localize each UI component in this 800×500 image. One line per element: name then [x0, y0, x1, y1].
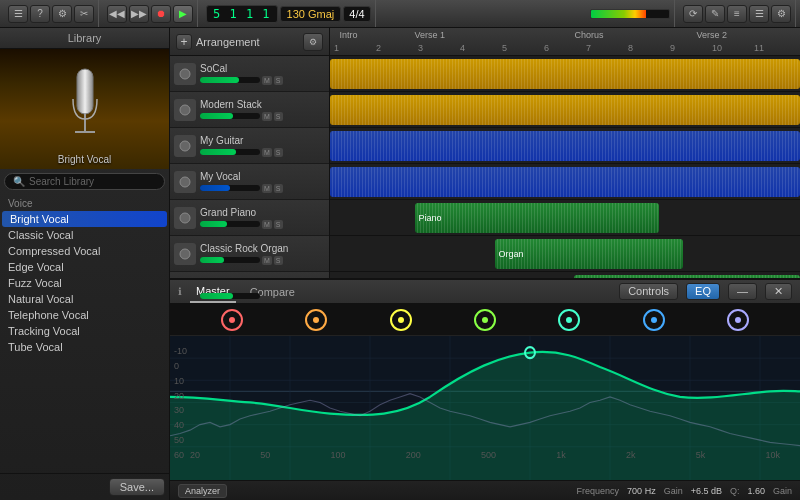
mute-button[interactable]: M	[262, 148, 272, 157]
voice-item[interactable]: Classic Vocal	[0, 227, 169, 243]
track-item: My Guitar M S	[170, 128, 329, 164]
track-fader[interactable]	[200, 185, 260, 191]
region[interactable]: Piano	[415, 203, 659, 233]
icon-right-1[interactable]: ⟳	[683, 5, 703, 23]
eq-freq-label: 500	[481, 450, 496, 460]
voice-section-label: Voice	[0, 194, 169, 211]
voice-item[interactable]: Natural Vocal	[0, 291, 169, 307]
region[interactable]	[330, 131, 800, 161]
mute-button[interactable]: M	[262, 76, 272, 85]
region[interactable]	[330, 95, 800, 125]
voice-item[interactable]: Fuzz Vocal	[0, 275, 169, 291]
eq-tab-compare[interactable]: Compare	[244, 280, 301, 303]
toolbar-icon-2[interactable]: ?	[30, 5, 50, 23]
fast-forward-button[interactable]: ▶▶	[129, 5, 149, 23]
voice-item[interactable]: Telephone Vocal	[0, 307, 169, 323]
eq-close-btn[interactable]: ✕	[765, 283, 792, 300]
arrangement-label: Arrangement	[196, 36, 299, 48]
region[interactable]: Organ	[495, 239, 683, 269]
save-button[interactable]: Save...	[109, 478, 165, 496]
svg-point-4	[180, 105, 190, 115]
svg-point-6	[180, 177, 190, 187]
eq-node[interactable]	[558, 309, 580, 331]
eq-node[interactable]	[474, 309, 496, 331]
arrangement-view[interactable]: IntroVerse 1ChorusVerse 2 1234567891011 …	[330, 28, 800, 278]
region-row	[330, 92, 800, 128]
solo-button[interactable]: S	[274, 184, 283, 193]
toolbar-left-icons: ☰ ? ⚙ ✂	[4, 0, 99, 27]
search-bar[interactable]: 🔍 Search Library	[4, 173, 165, 190]
eq-graph[interactable]: -100102030405060 20501002005001k2k5k10k	[170, 336, 800, 480]
track-fader-fill	[200, 293, 233, 299]
eq-minimize-btn[interactable]: —	[728, 283, 757, 300]
toolbar-icon-3[interactable]: ⚙	[52, 5, 72, 23]
eq-btn[interactable]: EQ	[686, 283, 720, 300]
mute-button[interactable]: M	[262, 220, 272, 229]
track-fader[interactable]	[200, 149, 260, 155]
track-fader-fill	[200, 113, 233, 119]
track-header-bar: + Arrangement ⚙	[170, 28, 329, 56]
solo-button[interactable]: S	[274, 76, 283, 85]
toolbar-icon-1[interactable]: ☰	[8, 5, 28, 23]
eq-node[interactable]	[305, 309, 327, 331]
play-button[interactable]: ▶	[173, 5, 193, 23]
icon-right-2[interactable]: ✎	[705, 5, 725, 23]
solo-button[interactable]: S	[274, 256, 283, 265]
track-fader-fill	[200, 221, 227, 227]
eq-node[interactable]	[390, 309, 412, 331]
track-fader[interactable]	[200, 77, 260, 83]
track-fader[interactable]	[200, 257, 260, 263]
voice-item[interactable]: Tube Vocal	[0, 339, 169, 355]
voice-item[interactable]: Edge Vocal	[0, 259, 169, 275]
region[interactable]	[330, 59, 800, 89]
voice-item[interactable]: Bright Vocal	[2, 211, 167, 227]
rewind-button[interactable]: ◀◀	[107, 5, 127, 23]
track-item: My Vocal M S	[170, 164, 329, 200]
frequency-label: Frequency	[577, 486, 620, 496]
eq-tab-master[interactable]: Master	[190, 280, 236, 303]
eq-freq-label: 10k	[765, 450, 780, 460]
toolbar-icon-4[interactable]: ✂	[74, 5, 94, 23]
gain2-label: Gain	[773, 486, 792, 496]
voice-item[interactable]: Compressed Vocal	[0, 243, 169, 259]
track-icon	[174, 63, 196, 85]
eq-freq-labels: 20501002005001k2k5k10k	[170, 450, 800, 460]
region-row: Organ	[330, 236, 800, 272]
waveform-decoration	[330, 59, 800, 89]
track-info: My Vocal M S	[200, 171, 325, 193]
voice-item[interactable]: Tracking Vocal	[0, 323, 169, 339]
eq-node[interactable]	[643, 309, 665, 331]
track-fader[interactable]	[200, 221, 260, 227]
icon-right-5[interactable]: ⚙	[771, 5, 791, 23]
analyzer-button[interactable]: Analyzer	[178, 484, 227, 498]
library-header: Library	[0, 28, 169, 49]
icon-right-3[interactable]: ≡	[727, 5, 747, 23]
record-button[interactable]: ⏺	[151, 5, 171, 23]
arrangement-settings-icon[interactable]: ⚙	[303, 33, 323, 51]
track-icon	[174, 243, 196, 265]
mute-button[interactable]: M	[262, 184, 272, 193]
transport-controls: ◀◀ ▶▶ ⏺ ▶	[103, 0, 198, 27]
bpm-display: 130 Gmaj	[280, 6, 342, 22]
solo-button[interactable]: S	[274, 112, 283, 121]
mute-button[interactable]: M	[262, 256, 272, 265]
search-icon: 🔍	[13, 176, 25, 187]
solo-button[interactable]: S	[274, 220, 283, 229]
track-list: + Arrangement ⚙ SoCal M S Modern Stack	[170, 28, 330, 278]
track-fader[interactable]	[200, 113, 260, 119]
library-footer: Save...	[0, 473, 169, 500]
waveform-decoration	[330, 95, 800, 125]
eq-node[interactable]	[221, 309, 243, 331]
region[interactable]	[330, 167, 800, 197]
solo-button[interactable]: S	[274, 148, 283, 157]
timeline-bar: IntroVerse 1ChorusVerse 2 1234567891011	[330, 28, 800, 56]
icon-right-4[interactable]: ☰	[749, 5, 769, 23]
add-track-button[interactable]: +	[176, 34, 192, 50]
track-fader[interactable]	[200, 293, 260, 299]
eq-controls-btn[interactable]: Controls	[619, 283, 678, 300]
region[interactable]: Strings	[574, 275, 800, 278]
mute-button[interactable]: M	[262, 112, 272, 121]
position-display-group: 5 1 1 1 130 Gmaj 4/4	[202, 0, 376, 27]
eq-node[interactable]	[727, 309, 749, 331]
timeline-number: 6	[544, 43, 586, 53]
